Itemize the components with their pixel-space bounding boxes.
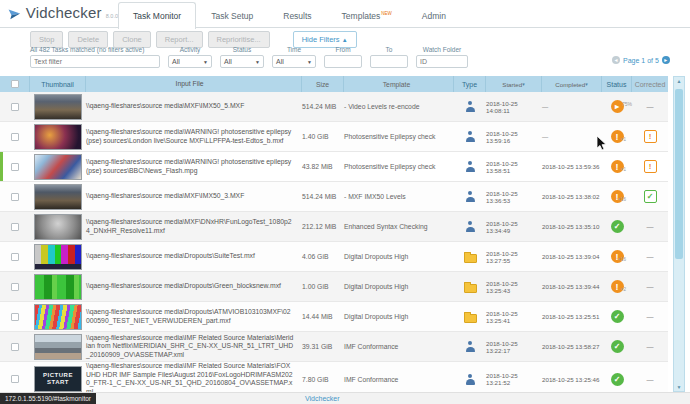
table-row[interactable]: \\qaeng-fileshares\source media\IMF Rela… xyxy=(0,332,668,362)
tab-templates[interactable]: TemplatesNEW xyxy=(327,2,407,28)
thumbnail xyxy=(34,214,82,240)
selected-row-indicator xyxy=(0,152,3,181)
pass-status-icon[interactable] xyxy=(611,340,624,353)
completed-time: 2018-10-25 13:35:10 xyxy=(542,223,602,230)
started-time: 2018-10-25 13:25:43 xyxy=(486,280,542,294)
footer: Vidchecker xyxy=(0,392,690,404)
app-title: Vidchecker xyxy=(26,4,102,21)
row-checkbox[interactable] xyxy=(11,253,19,261)
thumbnail: PICTURE START xyxy=(34,366,82,392)
input-file-path: \\qaeng-fileshares\source media\MXF\IMX5… xyxy=(86,102,302,111)
completed-time: 2018-10-25 13:58:27 xyxy=(542,343,602,350)
chevron-down-icon: ▼ xyxy=(307,59,312,65)
progress-percent: 75% xyxy=(622,101,632,107)
started-time: 2018-10-25 13:34:49 xyxy=(486,220,542,234)
template-name: Digital Dropouts High xyxy=(344,283,454,290)
input-file-path: \\qaeng-fileshares\source media\Dropouts… xyxy=(86,252,302,261)
row-checkbox[interactable] xyxy=(11,313,19,321)
activity-select[interactable]: All▼ xyxy=(168,55,212,68)
table-row[interactable]: \\qaeng-fileshares\source media\WARNING!… xyxy=(0,122,668,152)
caret-up-icon: ▲ xyxy=(342,37,348,43)
file-size: 514.24 MiB xyxy=(302,103,344,110)
prev-page-button[interactable]: ◄ xyxy=(612,56,620,64)
user-type-icon xyxy=(465,221,476,232)
file-size: 212.12 MiB xyxy=(302,223,344,230)
col-corrected: Corrected xyxy=(632,76,668,92)
input-file-path: \\qaeng-fileshares\source media\IMF Rela… xyxy=(86,334,302,360)
thumbnail xyxy=(34,334,82,360)
corrected-cell: — xyxy=(632,343,668,350)
completed-time: 2018-10-25 13:39:04 xyxy=(542,253,602,260)
row-checkbox[interactable] xyxy=(11,343,19,351)
app-version: 8.0.0 xyxy=(106,13,118,19)
table-row[interactable]: \\qaeng-fileshares\source media\Dropouts… xyxy=(0,302,668,332)
table-row[interactable]: \\qaeng-fileshares\source media\WARNING!… xyxy=(0,152,668,182)
vidchecker-logo-icon xyxy=(8,4,22,24)
input-file-path: \\qaeng-fileshares\source media\WARNING!… xyxy=(86,158,302,175)
row-checkbox[interactable] xyxy=(11,163,19,171)
col-started[interactable]: Started xyxy=(486,76,542,92)
select-all-checkbox[interactable] xyxy=(11,80,19,88)
user-type-icon xyxy=(465,101,476,112)
pass-status-icon[interactable] xyxy=(611,220,624,233)
from-date-input[interactable] xyxy=(324,55,362,68)
thumbnail xyxy=(34,274,82,300)
corrected-check-icon[interactable] xyxy=(644,190,657,203)
corrected-warning-icon[interactable] xyxy=(644,160,657,173)
warning-count: ×16 xyxy=(618,257,626,262)
table-row[interactable]: \\qaeng-fileshares\source media\MXF\IMX5… xyxy=(0,182,668,212)
template-name: - Video Levels re-encode xyxy=(344,103,454,110)
thumbnail xyxy=(34,184,82,210)
file-size: 14.44 MiB xyxy=(302,313,344,320)
text-filter-input[interactable] xyxy=(30,55,160,68)
table-row[interactable]: \\qaeng-fileshares\source media\MXF\DNxH… xyxy=(0,212,668,242)
table-row[interactable]: \\qaeng-fileshares\source media\MXF\IMX5… xyxy=(0,92,668,122)
status-select[interactable]: All▼ xyxy=(220,55,264,68)
row-checkbox[interactable] xyxy=(11,375,19,383)
chevron-down-icon: ▼ xyxy=(203,59,208,65)
to-date-input[interactable] xyxy=(370,55,408,68)
footer-brand-link[interactable]: Vidchecker xyxy=(305,395,340,402)
thumbnail xyxy=(34,154,82,180)
warning-count: ×16 xyxy=(618,197,626,202)
template-name: Digital Dropouts High xyxy=(344,253,454,260)
tasks-matched-summary: All 482 Tasks matched (no filters active… xyxy=(30,46,144,53)
corrected-warning-icon[interactable] xyxy=(644,130,657,143)
row-checkbox[interactable] xyxy=(11,193,19,201)
col-completed[interactable]: Completed xyxy=(542,76,602,92)
row-checkbox[interactable] xyxy=(11,103,19,111)
corrected-cell: — xyxy=(632,283,668,290)
input-file-path: \\qaeng-fileshares\source media\MXF\IMX5… xyxy=(86,192,302,201)
table-row[interactable]: \\qaeng-fileshares\source media\Dropouts… xyxy=(0,242,668,272)
row-checkbox[interactable] xyxy=(11,133,19,141)
started-time: 2018-10-25 14:08:11 xyxy=(486,100,542,114)
scrollbar-thumb[interactable] xyxy=(675,89,683,259)
row-checkbox[interactable] xyxy=(11,223,19,231)
tab-task-monitor[interactable]: Task Monitor xyxy=(118,2,196,29)
col-input-file: Input File xyxy=(86,76,302,92)
vertical-scrollbar[interactable]: ▲ ▼ xyxy=(673,76,685,392)
input-file-path: \\qaeng-fileshares\source media\IMF Rela… xyxy=(86,362,302,396)
time-select[interactable]: All▼ xyxy=(272,55,316,68)
pass-status-icon[interactable] xyxy=(611,310,624,323)
warning-count: ×1 xyxy=(621,137,626,142)
tab-task-setup[interactable]: Task Setup xyxy=(196,2,268,28)
template-name: Photosensitive Epilepsy check xyxy=(344,133,454,140)
table-header: Thumbnail Input File Size Template Type … xyxy=(0,76,668,92)
tab-admin[interactable]: Admin xyxy=(407,2,461,28)
tab-results[interactable]: Results xyxy=(268,2,326,28)
mouse-cursor xyxy=(596,136,607,151)
col-size: Size xyxy=(302,76,344,92)
pass-status-icon[interactable] xyxy=(611,373,624,386)
scroll-down-icon[interactable]: ▼ xyxy=(674,384,684,390)
file-size: 1.00 GiB xyxy=(302,283,344,290)
row-checkbox[interactable] xyxy=(11,283,19,291)
watch-folder-type-icon xyxy=(464,314,477,323)
watch-folder-type-icon xyxy=(464,254,477,263)
started-time: 2018-10-25 13:27:55 xyxy=(486,250,542,264)
next-page-button[interactable]: ► xyxy=(662,56,670,64)
started-time: 2018-10-25 13:58:51 xyxy=(486,160,542,174)
table-row[interactable]: \\qaeng-fileshares\source media\Dropouts… xyxy=(0,272,668,302)
watch-folder-input[interactable] xyxy=(416,55,468,68)
scroll-up-icon[interactable]: ▲ xyxy=(674,78,684,84)
